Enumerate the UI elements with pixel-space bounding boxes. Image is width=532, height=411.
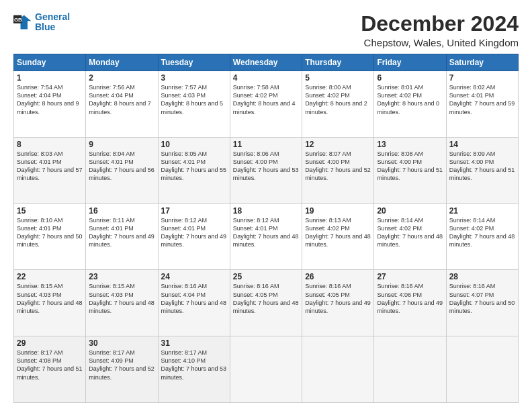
calendar-cell (230, 336, 302, 403)
page: GB General Blue December 2024 Chepstow, … (0, 0, 532, 411)
cell-info: Sunrise: 8:01 AMSunset: 4:02 PMDaylight:… (377, 84, 439, 115)
logo-line2: Blue (35, 21, 55, 32)
cell-info: Sunrise: 8:13 AMSunset: 4:02 PMDaylight:… (305, 217, 371, 248)
day-number: 2 (89, 73, 154, 83)
day-number: 16 (89, 206, 154, 216)
cell-info: Sunrise: 8:11 AMSunset: 4:01 PMDaylight:… (89, 217, 154, 248)
header: GB General Blue December 2024 Chepstow, … (13, 12, 519, 48)
cell-info: Sunrise: 8:10 AMSunset: 4:01 PMDaylight:… (17, 217, 83, 248)
day-number: 17 (161, 206, 227, 216)
day-number: 14 (449, 140, 515, 149)
cell-info: Sunrise: 8:16 AMSunset: 4:04 PMDaylight:… (161, 283, 227, 314)
calendar-cell: 13Sunrise: 8:08 AMSunset: 4:00 PMDayligh… (374, 137, 446, 203)
col-header-monday: Monday (86, 54, 158, 71)
calendar-cell: 1Sunrise: 7:54 AMSunset: 4:04 PMDaylight… (14, 71, 86, 138)
day-number: 7 (449, 73, 515, 83)
day-number: 9 (89, 140, 154, 149)
calendar-cell: 4Sunrise: 7:58 AMSunset: 4:02 PMDaylight… (230, 71, 302, 138)
day-number: 23 (89, 272, 154, 281)
col-header-friday: Friday (374, 54, 446, 71)
day-number: 18 (233, 206, 299, 216)
calendar-cell: 12Sunrise: 8:07 AMSunset: 4:00 PMDayligh… (302, 137, 374, 203)
calendar-cell: 18Sunrise: 8:12 AMSunset: 4:01 PMDayligh… (230, 203, 302, 270)
main-title: December 2024 (361, 12, 519, 36)
calendar-cell: 19Sunrise: 8:13 AMSunset: 4:02 PMDayligh… (302, 203, 374, 270)
cell-info: Sunrise: 8:12 AMSunset: 4:01 PMDaylight:… (233, 217, 299, 248)
cell-info: Sunrise: 8:17 AMSunset: 4:09 PMDaylight:… (89, 349, 154, 380)
calendar-cell: 31Sunrise: 8:17 AMSunset: 4:10 PMDayligh… (158, 336, 230, 403)
calendar-cell (446, 336, 518, 403)
cell-info: Sunrise: 8:17 AMSunset: 4:08 PMDaylight:… (17, 349, 83, 380)
svg-text:GB: GB (14, 17, 22, 24)
day-number: 1 (17, 73, 83, 83)
calendar-cell: 29Sunrise: 8:17 AMSunset: 4:08 PMDayligh… (14, 336, 86, 403)
day-number: 10 (161, 140, 227, 149)
cell-info: Sunrise: 8:16 AMSunset: 4:06 PMDaylight:… (377, 283, 443, 314)
calendar-cell: 23Sunrise: 8:15 AMSunset: 4:03 PMDayligh… (86, 270, 158, 336)
day-number: 4 (233, 73, 299, 83)
calendar-cell: 17Sunrise: 8:12 AMSunset: 4:01 PMDayligh… (158, 203, 230, 270)
calendar-cell: 11Sunrise: 8:06 AMSunset: 4:00 PMDayligh… (230, 137, 302, 203)
calendar-cell: 6Sunrise: 8:01 AMSunset: 4:02 PMDaylight… (374, 71, 446, 138)
day-number: 24 (161, 272, 227, 281)
subtitle: Chepstow, Wales, United Kingdom (361, 37, 519, 48)
calendar-cell: 5Sunrise: 8:00 AMSunset: 4:02 PMDaylight… (302, 71, 374, 138)
calendar-cell: 3Sunrise: 7:57 AMSunset: 4:03 PMDaylight… (158, 71, 230, 138)
title-block: December 2024 Chepstow, Wales, United Ki… (361, 12, 519, 48)
cell-info: Sunrise: 8:02 AMSunset: 4:01 PMDaylight:… (449, 84, 515, 115)
day-number: 20 (377, 206, 443, 216)
cell-info: Sunrise: 7:58 AMSunset: 4:02 PMDaylight:… (233, 84, 296, 115)
calendar-cell: 24Sunrise: 8:16 AMSunset: 4:04 PMDayligh… (158, 270, 230, 336)
day-number: 5 (305, 73, 371, 83)
day-number: 27 (377, 272, 443, 281)
calendar-cell: 26Sunrise: 8:16 AMSunset: 4:05 PMDayligh… (302, 270, 374, 336)
col-header-thursday: Thursday (302, 54, 374, 71)
col-header-wednesday: Wednesday (230, 54, 302, 71)
day-number: 29 (17, 338, 83, 348)
day-number: 30 (89, 338, 154, 348)
cell-info: Sunrise: 8:16 AMSunset: 4:05 PMDaylight:… (305, 283, 371, 314)
day-number: 15 (17, 206, 83, 216)
day-number: 8 (17, 140, 83, 149)
cell-info: Sunrise: 8:09 AMSunset: 4:00 PMDaylight:… (449, 150, 515, 181)
cell-info: Sunrise: 8:00 AMSunset: 4:02 PMDaylight:… (305, 84, 367, 115)
cell-info: Sunrise: 8:17 AMSunset: 4:10 PMDaylight:… (161, 349, 227, 380)
cell-info: Sunrise: 8:14 AMSunset: 4:02 PMDaylight:… (449, 217, 515, 248)
calendar-table: SundayMondayTuesdayWednesdayThursdayFrid… (13, 54, 519, 403)
day-number: 3 (161, 73, 227, 83)
calendar-cell: 25Sunrise: 8:16 AMSunset: 4:05 PMDayligh… (230, 270, 302, 336)
cell-info: Sunrise: 8:06 AMSunset: 4:00 PMDaylight:… (233, 150, 299, 181)
day-number: 26 (305, 272, 371, 281)
col-header-sunday: Sunday (14, 54, 86, 71)
cell-info: Sunrise: 7:56 AMSunset: 4:04 PMDaylight:… (89, 84, 151, 115)
day-number: 13 (377, 140, 443, 149)
calendar-cell (374, 336, 446, 403)
cell-info: Sunrise: 7:57 AMSunset: 4:03 PMDaylight:… (161, 84, 224, 115)
day-number: 21 (449, 206, 515, 216)
cell-info: Sunrise: 8:14 AMSunset: 4:02 PMDaylight:… (377, 217, 443, 248)
cell-info: Sunrise: 8:07 AMSunset: 4:00 PMDaylight:… (305, 150, 371, 181)
cell-info: Sunrise: 8:15 AMSunset: 4:03 PMDaylight:… (17, 283, 83, 314)
calendar-cell: 14Sunrise: 8:09 AMSunset: 4:00 PMDayligh… (446, 137, 518, 203)
calendar-cell: 9Sunrise: 8:04 AMSunset: 4:01 PMDaylight… (86, 137, 158, 203)
cell-info: Sunrise: 8:04 AMSunset: 4:01 PMDaylight:… (89, 150, 154, 181)
calendar-cell: 22Sunrise: 8:15 AMSunset: 4:03 PMDayligh… (14, 270, 86, 336)
day-number: 25 (233, 272, 299, 281)
col-header-saturday: Saturday (446, 54, 518, 71)
day-number: 6 (377, 73, 443, 83)
calendar-cell: 2Sunrise: 7:56 AMSunset: 4:04 PMDaylight… (86, 71, 158, 138)
logo-text: General Blue (35, 12, 70, 33)
day-number: 19 (305, 206, 371, 216)
calendar-cell: 15Sunrise: 8:10 AMSunset: 4:01 PMDayligh… (14, 203, 86, 270)
calendar-cell: 20Sunrise: 8:14 AMSunset: 4:02 PMDayligh… (374, 203, 446, 270)
calendar-cell: 27Sunrise: 8:16 AMSunset: 4:06 PMDayligh… (374, 270, 446, 336)
day-number: 11 (233, 140, 299, 149)
cell-info: Sunrise: 8:16 AMSunset: 4:07 PMDaylight:… (449, 283, 515, 314)
col-header-tuesday: Tuesday (158, 54, 230, 71)
logo-icon: GB (13, 13, 32, 32)
cell-info: Sunrise: 8:08 AMSunset: 4:00 PMDaylight:… (377, 150, 443, 181)
logo-line1: General (35, 11, 70, 22)
day-number: 31 (161, 338, 227, 348)
calendar-cell: 30Sunrise: 8:17 AMSunset: 4:09 PMDayligh… (86, 336, 158, 403)
cell-info: Sunrise: 8:12 AMSunset: 4:01 PMDaylight:… (161, 217, 227, 248)
